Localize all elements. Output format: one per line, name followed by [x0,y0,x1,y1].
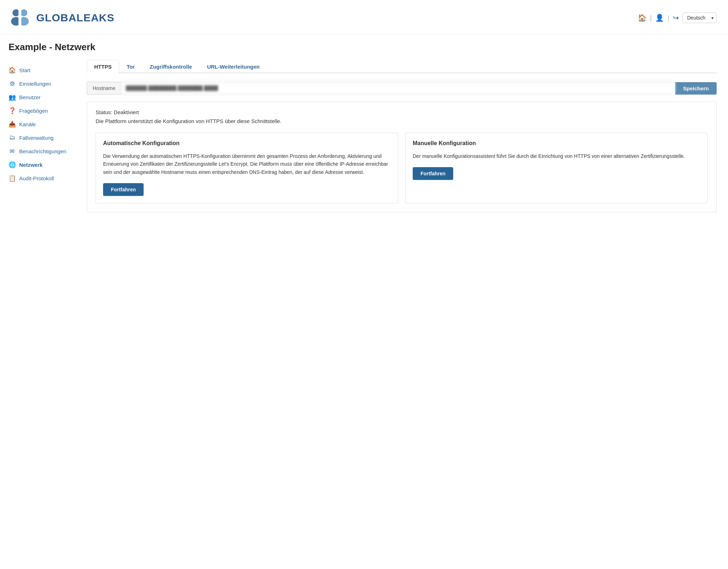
account-icon[interactable]: 👤 [655,14,664,22]
home-sidebar-icon: 🏠 [9,67,16,74]
language-select[interactable]: Deutsch English Français Italiano Españo… [682,12,717,23]
main-content: HTTPS Tor Zugriffskontrolle URL-Weiterle… [78,60,728,224]
sidebar-item-einstellungen[interactable]: ⚙ Einstellungen [9,77,78,90]
sidebar-item-netzwerk[interactable]: 🌐 Netzwerk [9,158,78,171]
sidebar-label-start: Start [19,67,31,73]
tab-url-weiterleitungen[interactable]: URL-Weiterleitungen [199,60,267,73]
sidebar-label-kanäle: Kanäle [19,121,36,127]
status-section: Status: Deaktiviert Die Plattform unters… [87,102,717,212]
globaleaks-logo-icon [9,6,31,29]
sidebar-label-audit: Audit-Protokoll [19,175,54,181]
home-icon[interactable]: 🏠 [638,14,647,22]
header-right: 🏠 | 👤 | ↪ Deutsch English Français Itali… [638,12,717,23]
card-automatisch: Automatische Konfiguration Die Verwendun… [96,133,398,203]
header: GLOBALEAKS 🏠 | 👤 | ↪ Deutsch English Fra… [0,0,728,34]
main-layout: 🏠 Start ⚙ Einstellungen 👥 Benutzer ❓ Fra… [0,56,728,224]
case-mgmt-icon: 🗂 [9,134,16,141]
sidebar-item-benachrichtigungen[interactable]: ✉ Benachrichtigungen [9,144,78,158]
card-auto-title: Automatische Konfiguration [103,140,391,147]
page-title-area: Example - Netzwerk [0,34,728,56]
svg-rect-4 [18,6,21,29]
sidebar-label-fallverwaltung: Fallverwaltung [19,135,54,141]
card-auto-button[interactable]: Fortfahren [103,183,144,196]
sidebar-item-benutzer[interactable]: 👥 Benutzer [9,90,78,104]
save-button[interactable]: Speichern [675,82,717,95]
questionnaire-icon: ❓ [9,107,16,114]
logo-text: GLOBALEAKS [36,12,114,24]
channels-icon: 📥 [9,121,16,128]
card-auto-body: Die Verwendung der automatischen HTTPS-K… [103,152,391,176]
settings-icon: ⚙ [9,80,16,87]
sidebar-item-start[interactable]: 🏠 Start [9,63,78,77]
sidebar-label-netzwerk: Netzwerk [19,162,43,168]
tab-tor[interactable]: Tor [119,60,142,73]
tabs: HTTPS Tor Zugriffskontrolle URL-Weiterle… [87,60,717,73]
language-selector-wrapper: Deutsch English Français Italiano Españo… [682,12,717,23]
logo-area: GLOBALEAKS [9,6,114,29]
users-icon: 👥 [9,94,16,101]
sidebar: 🏠 Start ⚙ Einstellungen 👥 Benutzer ❓ Fra… [0,60,78,224]
card-manual-button[interactable]: Fortfahren [413,167,453,180]
notifications-icon: ✉ [9,148,16,155]
cards-row: Automatische Konfiguration Die Verwendun… [96,133,708,203]
tab-https[interactable]: HTTPS [87,60,119,73]
sidebar-label-benachrichtigungen: Benachrichtigungen [19,148,66,154]
card-manual-body: Der manuelle Konfigurationsassistent füh… [413,152,700,160]
sidebar-label-benutzer: Benutzer [19,94,41,100]
status-label: Status: Deaktiviert [96,109,708,115]
hostname-label: Hostname [87,82,121,95]
card-manuell: Manuelle Konfiguration Der manuelle Konf… [405,133,708,203]
sidebar-item-audit-protokoll[interactable]: 📋 Audit-Protokoll [9,171,78,185]
sidebar-item-kanäle[interactable]: 📥 Kanäle [9,117,78,131]
network-icon: 🌐 [9,161,16,168]
logout-icon[interactable]: ↪ [673,14,679,22]
hostname-row: Hostname Speichern [87,82,717,95]
page-title: Example - Netzwerk [9,42,717,53]
tab-zugriffskontrolle[interactable]: Zugriffskontrolle [142,60,199,73]
audit-icon: 📋 [9,175,16,182]
status-description: Die Plattform unterstützt die Konfigurat… [96,118,708,124]
card-manual-title: Manuelle Konfiguration [413,140,700,147]
sidebar-item-fallverwaltung[interactable]: 🗂 Fallverwaltung [9,131,78,144]
sidebar-label-einstellungen: Einstellungen [19,81,51,87]
sidebar-label-fragebögen: Fragebögen [19,108,48,114]
sidebar-item-fragebögen[interactable]: ❓ Fragebögen [9,104,78,117]
hostname-input[interactable] [121,82,675,95]
